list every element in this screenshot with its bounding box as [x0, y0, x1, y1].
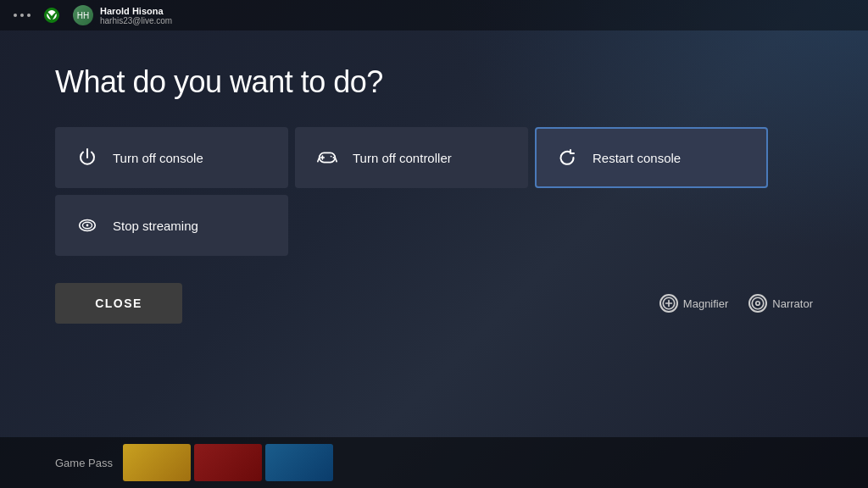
- svg-point-5: [333, 157, 335, 158]
- turn-off-controller-button[interactable]: Turn off controller: [295, 127, 528, 188]
- restart-console-button[interactable]: Restart console: [535, 127, 768, 188]
- game-pass-thumbnails: [123, 444, 333, 481]
- turn-off-console-button[interactable]: Turn off console: [55, 127, 288, 188]
- button-grid: Turn off console Turn off controller: [55, 127, 813, 256]
- restart-console-label: Restart console: [593, 151, 681, 165]
- bottom-strip: Game Pass: [0, 437, 868, 488]
- magnifier-label: Magnifier: [683, 297, 728, 310]
- bottom-row: CLOSE Magnifier: [55, 283, 813, 324]
- restart-icon: [555, 146, 579, 169]
- narrator-icon: [748, 294, 767, 313]
- game-pass-label: Game Pass: [55, 457, 113, 469]
- stop-streaming-button[interactable]: Stop streaming: [55, 195, 288, 256]
- magnifier-icon: [659, 294, 678, 313]
- dialog-title: What do you want to do?: [55, 64, 813, 100]
- streaming-icon: [75, 214, 99, 237]
- stop-streaming-label: Stop streaming: [113, 219, 198, 233]
- dialog: What do you want to do? Turn off console: [0, 30, 868, 349]
- user-email: harhis23@live.com: [100, 16, 172, 25]
- game-thumb-3: [265, 444, 333, 481]
- topbar: HH Harold Hisona harhis23@live.com: [0, 0, 868, 30]
- game-thumb-1: [123, 444, 191, 481]
- narrator-label: Narrator: [772, 297, 813, 310]
- narrator-button[interactable]: Narrator: [748, 294, 813, 313]
- power-icon: [75, 146, 99, 169]
- game-thumb-2: [194, 444, 262, 481]
- xbox-logo-icon: [44, 8, 59, 23]
- user-name: Harold Hisona: [100, 6, 172, 16]
- accessibility-buttons: Magnifier Narrator: [659, 294, 813, 313]
- avatar: HH: [73, 5, 93, 25]
- close-button[interactable]: CLOSE: [55, 283, 182, 324]
- svg-point-8: [86, 225, 89, 227]
- svg-point-12: [753, 297, 765, 309]
- turn-off-console-label: Turn off console: [113, 151, 203, 165]
- controller-icon: [315, 146, 339, 169]
- magnifier-button[interactable]: Magnifier: [659, 294, 728, 313]
- user-info: HH Harold Hisona harhis23@live.com: [73, 5, 172, 25]
- turn-off-controller-label: Turn off controller: [353, 151, 452, 165]
- topbar-dots: [14, 14, 31, 17]
- svg-point-4: [331, 156, 332, 158]
- user-text: Harold Hisona harhis23@live.com: [100, 6, 172, 25]
- svg-point-13: [756, 302, 760, 306]
